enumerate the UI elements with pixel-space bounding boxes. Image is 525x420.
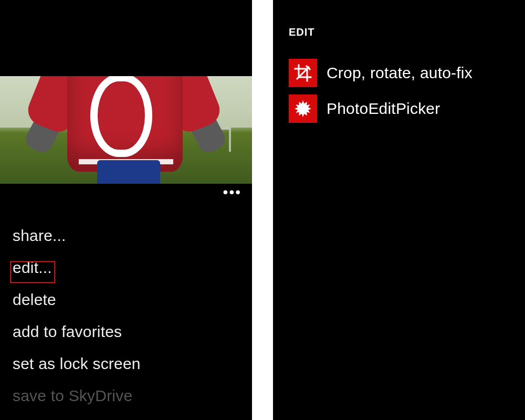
edit-option-crop-label: Crop, rotate, auto-fix bbox=[327, 64, 472, 82]
svg-marker-0 bbox=[295, 100, 311, 117]
menu-item-add-to-favorites[interactable]: add to favorites bbox=[13, 316, 239, 348]
menu-item-edit[interactable]: edit... bbox=[13, 251, 239, 284]
photo-viewer[interactable] bbox=[0, 76, 252, 184]
edit-option-photoeditpicker-label: PhotoEditPicker bbox=[327, 100, 440, 118]
photo-shorts bbox=[97, 160, 160, 184]
menu-item-save-to-skydrive[interactable]: save to SkyDrive bbox=[13, 380, 239, 412]
crop-icon bbox=[289, 59, 317, 87]
edit-options-list: Crop, rotate, auto-fix PhotoEditPicker bbox=[289, 59, 514, 130]
more-icon[interactable]: ••• bbox=[223, 187, 242, 197]
context-menu: share... edit... delete add to favorites… bbox=[0, 204, 252, 412]
menu-item-delete[interactable]: delete bbox=[13, 284, 239, 316]
menu-item-share[interactable]: share... bbox=[13, 219, 239, 251]
phone-left: ••• share... edit... delete add to favor… bbox=[0, 0, 252, 420]
burst-icon bbox=[289, 94, 317, 123]
photo-jersey-number bbox=[90, 76, 152, 157]
page-title: EDIT bbox=[289, 26, 315, 38]
edit-option-photoeditpicker[interactable]: PhotoEditPicker bbox=[289, 94, 514, 123]
menu-item-set-as-lock-screen[interactable]: set as lock screen bbox=[13, 348, 239, 380]
app-bar: ••• bbox=[0, 184, 252, 204]
edit-option-crop[interactable]: Crop, rotate, auto-fix bbox=[289, 59, 514, 87]
phone-right: EDIT Crop, rotate, auto-fix bbox=[273, 0, 525, 420]
